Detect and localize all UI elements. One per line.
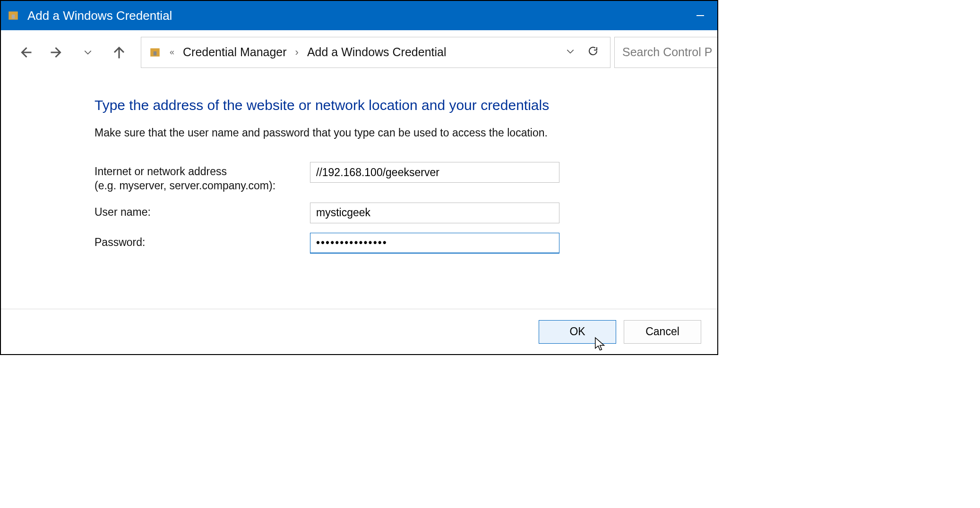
username-label: User name: xyxy=(95,203,310,220)
nav-controls xyxy=(1,41,137,64)
refresh-button[interactable] xyxy=(580,45,606,59)
search-input[interactable]: Search Control P xyxy=(614,37,717,68)
address-label: Internet or network address (e.g. myserv… xyxy=(95,162,310,193)
main-content: Type the address of the website or netwo… xyxy=(1,75,717,309)
ok-button[interactable]: OK xyxy=(539,320,616,344)
page-subtext: Make sure that the user name and passwor… xyxy=(95,127,717,139)
forward-button[interactable] xyxy=(45,41,68,64)
titlebar: Add a Windows Credential xyxy=(1,1,717,30)
cancel-button[interactable]: Cancel xyxy=(624,320,701,344)
password-row: Password: xyxy=(95,233,717,254)
password-input[interactable] xyxy=(310,233,559,254)
address-history-button[interactable] xyxy=(561,45,580,59)
username-row: User name: xyxy=(95,203,717,223)
address-bar[interactable]: « Credential Manager › Add a Windows Cre… xyxy=(141,37,610,68)
footer: OK Cancel xyxy=(1,309,717,354)
address-row: Internet or network address (e.g. myserv… xyxy=(95,162,717,193)
svg-rect-2 xyxy=(154,51,157,55)
credential-window: Add a Windows Credential « xyxy=(0,0,718,355)
page-heading: Type the address of the website or netwo… xyxy=(95,97,717,113)
breadcrumb-credential-manager[interactable]: Credential Manager xyxy=(179,45,291,59)
username-input[interactable] xyxy=(310,203,559,223)
breadcrumb-add-credential[interactable]: Add a Windows Credential xyxy=(303,45,450,59)
minimize-button[interactable] xyxy=(687,5,714,26)
address-input[interactable] xyxy=(310,162,559,183)
chevron-right-icon: › xyxy=(291,46,303,59)
recent-locations-button[interactable] xyxy=(77,41,99,64)
vault-icon xyxy=(145,46,165,59)
breadcrumb-overflow-icon[interactable]: « xyxy=(165,47,179,57)
navbar: « Credential Manager › Add a Windows Cre… xyxy=(1,30,717,75)
password-label: Password: xyxy=(95,233,310,250)
up-button[interactable] xyxy=(108,41,130,64)
search-placeholder: Search Control P xyxy=(622,45,712,59)
back-button[interactable] xyxy=(14,41,37,64)
vault-icon xyxy=(7,9,20,22)
window-title: Add a Windows Credential xyxy=(27,8,172,23)
